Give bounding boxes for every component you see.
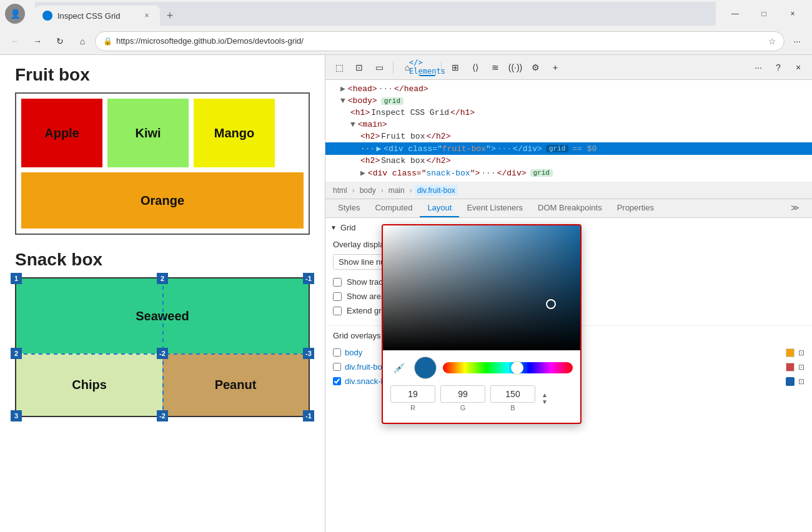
reload-button[interactable]: ↻ <box>50 31 70 51</box>
snack-box-overlay-badge <box>786 377 795 386</box>
tab-event-listeners[interactable]: Event Listeners <box>459 199 530 217</box>
devtools-more-icon[interactable]: ··· <box>750 59 767 76</box>
star-icon[interactable]: ☆ <box>768 36 776 46</box>
grid-divider-vertical <box>162 278 164 416</box>
window-controls: — □ × <box>721 4 807 24</box>
b-input[interactable] <box>490 385 535 403</box>
color-picker-cursor <box>546 299 556 309</box>
hue-slider[interactable] <box>443 362 573 373</box>
split-view-icon[interactable]: ▭ <box>370 59 388 76</box>
tab-computed[interactable]: Computed <box>367 199 420 217</box>
grid-label-2-mid: 2 <box>11 348 22 359</box>
dom-body-line[interactable]: ▼ <body> grid <box>325 95 812 107</box>
new-tab-button[interactable]: + <box>160 6 180 26</box>
devtools-right-controls: ··· ? × <box>750 59 807 76</box>
dom-head-line[interactable]: ▶ <head> ··· </head> <box>325 82 812 95</box>
body-overlay-icon[interactable]: ⊡ <box>798 348 805 357</box>
maximize-button[interactable]: □ <box>750 4 778 24</box>
color-picker-gradient[interactable] <box>383 225 580 350</box>
more-button[interactable]: ··· <box>787 31 807 51</box>
tab-close-button[interactable]: × <box>141 10 152 21</box>
url-text: https://microsoftedge.github.io/Demos/de… <box>116 36 768 46</box>
show-area-names-checkbox[interactable] <box>333 292 342 301</box>
fruit-box-overlay-checkbox[interactable] <box>333 363 341 371</box>
device-emulation-icon[interactable]: ⊡ <box>350 59 368 76</box>
snack-box-overlay-icon[interactable]: ⊡ <box>798 377 805 386</box>
sources-icon[interactable]: ⟨⟩ <box>467 59 484 76</box>
grid-label-neg1-top: -1 <box>303 273 314 284</box>
body-overlay-checkbox[interactable] <box>333 348 341 357</box>
grid-label-neg2-bot: -2 <box>157 410 168 421</box>
mango-cell: Mango <box>194 99 275 167</box>
forward-button[interactable]: → <box>27 31 47 51</box>
hue-slider-thumb <box>511 362 523 374</box>
snack-box-overlay-checkbox[interactable] <box>333 377 341 385</box>
profile-icon[interactable]: 👤 <box>5 4 25 24</box>
dom-h2-fruit-line[interactable]: <h2> Fruit box </h2> <box>325 131 812 142</box>
fruit-box-title: Fruit box <box>15 65 310 85</box>
color-picker-popup: 💉 R G <box>382 224 582 424</box>
apple-cell: Apple <box>21 99 102 167</box>
fruit-row-1: Apple Kiwi Mango <box>21 99 304 167</box>
show-track-sizes-checkbox[interactable] <box>333 278 342 287</box>
b-input-group: B <box>490 385 535 411</box>
webpage-content: Fruit box Apple Kiwi Mango Orange Snack … <box>0 55 325 532</box>
tab-properties[interactable]: Properties <box>610 199 661 217</box>
color-mode-arrows[interactable]: ▲ ▼ <box>540 385 549 411</box>
devtools-close-icon[interactable]: × <box>790 59 807 76</box>
elements-tab-icon[interactable]: </> Elements <box>418 59 436 76</box>
back-button[interactable]: ← <box>5 31 25 51</box>
toolbar-separator-1 <box>393 61 394 74</box>
network-icon[interactable]: ≋ <box>487 59 504 76</box>
layout-panel: ▼ Grid Overlay display settings Show lin… <box>325 218 812 532</box>
dom-h1-line[interactable]: <h1> Inspect CSS Grid </h1> <box>325 107 812 119</box>
panel-tabs: Styles Computed Layout Event Listeners D… <box>325 199 812 218</box>
grid-section-title: Grid <box>340 223 356 232</box>
devtools-toolbar: ⬚ ⊡ ▭ ⌂ </> Elements ⊞ ⟨⟩ ≋ ((·)) ⚙ + ··… <box>325 55 812 80</box>
url-bar[interactable]: 🔒 https://microsoftedge.github.io/Demos/… <box>95 31 785 51</box>
g-input-group: G <box>440 385 485 411</box>
tab-dom-breakpoints[interactable]: DOM Breakpoints <box>530 199 610 217</box>
fruit-box-color-swatch[interactable] <box>786 363 795 372</box>
snack-grid: 1 2 3 1 -3 3 -2 -1 -1 2 -2 Seaweed Chips… <box>15 277 310 417</box>
add-tab-icon[interactable]: + <box>547 59 564 76</box>
snack-grid-badge: grid <box>530 169 553 177</box>
dom-fruit-div-line[interactable]: ··· ▶ <div class="fruit-box"> ··· </div>… <box>325 142 812 155</box>
active-tab[interactable]: Inspect CSS Grid × <box>35 6 160 26</box>
console-icon[interactable]: ⊞ <box>447 59 464 76</box>
fruit-grid-badge: grid <box>546 145 568 152</box>
navigation-bar: ← → ↻ ⌂ 🔒 https://microsoftedge.github.i… <box>0 27 812 55</box>
peanut-cell: Peanut <box>162 353 309 416</box>
dom-snack-div-line[interactable]: ▶ <div class="snack-box"> ··· </div> gri… <box>325 167 812 179</box>
devtools-panel: ⬚ ⊡ ▭ ⌂ </> Elements ⊞ ⟨⟩ ≋ ((·)) ⚙ + ··… <box>325 55 812 532</box>
fruit-box-overlay-icon[interactable]: ⊡ <box>798 363 805 372</box>
title-bar: 👤 Inspect CSS Grid × + — □ × <box>0 0 812 27</box>
grid-label-neg2-mid: -2 <box>157 348 168 359</box>
tab-layout[interactable]: Layout <box>420 199 459 217</box>
dom-main-line[interactable]: ▼ <main> <box>325 119 812 131</box>
tab-more[interactable]: ≫ <box>783 199 807 217</box>
close-button[interactable]: × <box>778 4 807 24</box>
dom-h2-snack-line[interactable]: <h2> Snack box </h2> <box>325 155 812 167</box>
breadcrumb-body[interactable]: body <box>357 185 379 196</box>
minimize-button[interactable]: — <box>721 4 750 24</box>
eyedropper-icon[interactable]: 💉 <box>390 359 408 377</box>
inspect-element-icon[interactable]: ⬚ <box>330 59 348 76</box>
body-color-swatch[interactable] <box>786 348 795 357</box>
r-input[interactable] <box>390 385 435 403</box>
color-picker-controls: 💉 R G <box>383 350 580 423</box>
b-label: B <box>510 404 515 411</box>
g-input[interactable] <box>440 385 485 403</box>
performance-icon[interactable]: ⚙ <box>527 59 544 76</box>
home-button[interactable]: ⌂ <box>72 31 92 51</box>
extend-grid-lines-checkbox[interactable] <box>333 307 342 315</box>
devtools-help-icon[interactable]: ? <box>770 59 787 76</box>
tab-styles[interactable]: Styles <box>330 199 367 217</box>
grid-label-1-top: 1 <box>11 273 22 284</box>
breadcrumb-html[interactable]: html <box>330 185 350 196</box>
g-label: G <box>460 404 466 411</box>
breadcrumb-main[interactable]: main <box>386 185 407 196</box>
breadcrumb-div-fruit-box[interactable]: div.fruit-box <box>415 185 458 196</box>
r-input-group: R <box>390 385 435 411</box>
wifi-icon[interactable]: ((·)) <box>507 59 524 76</box>
